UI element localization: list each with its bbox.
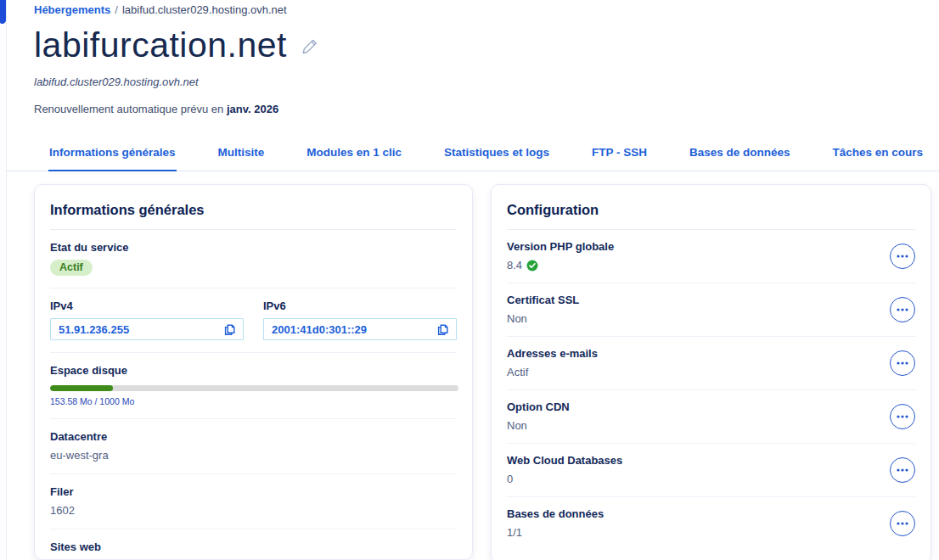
hosting-subtitle: labifud.cluster029.hosting.ovh.net: [7, 64, 939, 88]
datacentre-section: Datacentre eu-west-gra: [50, 419, 457, 474]
renewal-info: Renouvellement automatique prévu en janv…: [7, 88, 939, 115]
ssl-certificate-actions-button[interactable]: [890, 297, 915, 322]
web-cloud-databases-label: Web Cloud Databases: [507, 454, 622, 467]
ssl-certificate-row: Certificat SSL Non: [507, 283, 915, 337]
tab-bases-de-donnees[interactable]: Bases de données: [689, 141, 791, 171]
datacentre-label: Datacentre: [50, 430, 457, 443]
ipv4-label: IPv4: [50, 300, 244, 312]
ipv6-value: 2001:41d0:301::29: [272, 323, 367, 336]
sites-web-label: Sites web: [50, 540, 457, 553]
cdn-option-label: Option CDN: [507, 400, 570, 413]
ip-section: IPv4 51.91.236.255: [50, 288, 457, 353]
ipv6-copy-button[interactable]: [436, 322, 450, 337]
ellipsis-icon: [896, 255, 909, 258]
sites-web-section: Sites web 3: [50, 529, 457, 560]
filer-section: Filer 1602: [50, 474, 457, 529]
title-row: labifurcation.net: [7, 16, 939, 64]
tab-informations-generales[interactable]: Informations générales: [48, 141, 177, 171]
web-cloud-databases-value: 0: [507, 473, 513, 485]
service-state-section: Etat du service Actif: [50, 230, 457, 288]
disk-progress-fill: [50, 385, 113, 391]
tab-ftp-ssh[interactable]: FTP - SSH: [591, 141, 648, 171]
tab-multisite[interactable]: Multisite: [217, 141, 266, 171]
breadcrumb-link-hebergements[interactable]: Hébergements: [34, 3, 110, 16]
tab-taches-en-cours[interactable]: Tâches en cours: [831, 141, 924, 171]
scroll-accent-bar: [0, 0, 6, 24]
service-state-label: Etat du service: [50, 241, 457, 254]
disk-section: Espace disque 153.58 Mo / 1000 Mo: [50, 353, 457, 419]
breadcrumb: Hébergements/labifud.cluster029.hosting.…: [7, 0, 939, 16]
php-version-info: Version PHP globale 8.4: [507, 240, 614, 272]
php-version-value: 8.4: [507, 259, 522, 272]
ipv4-block: IPv4 51.91.236.255: [50, 300, 244, 340]
cdn-option-value: Non: [507, 419, 527, 432]
disk-progress-bar: [50, 385, 458, 391]
page-left-rail: [0, 0, 7, 560]
ipv6-field: 2001:41d0:301::29: [263, 318, 457, 340]
filer-label: Filer: [50, 485, 457, 498]
service-state-badge: Actif: [50, 260, 93, 276]
ellipsis-icon: [896, 468, 909, 472]
cdn-option-info: Option CDN Non: [507, 400, 570, 432]
email-addresses-row: Adresses e-mails Actif: [507, 337, 915, 390]
web-cloud-databases-actions-button[interactable]: [890, 457, 915, 483]
email-addresses-info: Adresses e-mails Actif: [507, 347, 598, 378]
configuration-card: Configuration Version PHP globale 8.4: [491, 184, 931, 560]
copy-icon: [436, 322, 450, 337]
ipv4-value: 51.91.236.255: [59, 323, 129, 336]
email-addresses-actions-button[interactable]: [890, 350, 915, 376]
cdn-option-row: Option CDN Non: [507, 390, 915, 444]
ipv6-label: IPv6: [263, 300, 457, 312]
page-title: labifurcation.net: [34, 27, 287, 64]
web-cloud-databases-info: Web Cloud Databases 0: [507, 454, 622, 485]
datacentre-value: eu-west-gra: [50, 449, 457, 462]
ellipsis-icon: [896, 308, 909, 311]
ellipsis-icon: [896, 415, 909, 418]
breadcrumb-separator: /: [110, 3, 122, 16]
ipv6-block: IPv6 2001:41d0:301::29: [263, 300, 457, 340]
ellipsis-icon: [896, 522, 909, 525]
check-circle-icon: [526, 260, 538, 272]
tab-modules-en-1-clic[interactable]: Modules en 1 clic: [306, 141, 402, 171]
disk-label: Espace disque: [50, 364, 457, 377]
filer-value: 1602: [50, 504, 457, 517]
content-area: Informations générales Etat du service A…: [7, 171, 939, 560]
php-version-label: Version PHP globale: [507, 240, 614, 253]
copy-icon: [222, 322, 237, 337]
ellipsis-icon: [896, 361, 909, 365]
databases-label: Bases de données: [507, 507, 604, 520]
general-info-card: Informations générales Etat du service A…: [34, 184, 473, 560]
ipv4-copy-button[interactable]: [222, 322, 237, 337]
databases-info: Bases de données 1/1: [507, 507, 604, 539]
databases-actions-button[interactable]: [890, 511, 915, 536]
tab-bar: Informations générales Multisite Modules…: [7, 141, 939, 171]
ssl-certificate-value: Non: [507, 312, 527, 325]
tab-statistiques-et-logs[interactable]: Statistiques et logs: [443, 141, 550, 171]
cdn-option-actions-button[interactable]: [890, 404, 915, 429]
email-addresses-label: Adresses e-mails: [507, 347, 598, 360]
ssl-certificate-label: Certificat SSL: [507, 294, 579, 306]
hosting-detail-page: Hébergements/labifud.cluster029.hosting.…: [7, 0, 939, 560]
web-cloud-databases-row: Web Cloud Databases 0: [507, 444, 915, 497]
renewal-text: Renouvellement automatique prévu en: [34, 103, 227, 115]
ipv4-field: 51.91.236.255: [50, 318, 244, 340]
php-version-actions-button[interactable]: [890, 244, 915, 269]
email-addresses-value: Actif: [507, 366, 528, 378]
php-version-row: Version PHP globale 8.4: [507, 230, 915, 283]
renewal-date: janv. 2026: [227, 103, 278, 115]
configuration-card-title: Configuration: [507, 198, 915, 230]
ssl-certificate-info: Certificat SSL Non: [507, 294, 579, 325]
edit-title-icon[interactable]: [301, 37, 319, 56]
databases-value: 1/1: [507, 526, 522, 539]
disk-usage-text: 153.58 Mo / 1000 Mo: [50, 396, 457, 406]
breadcrumb-current: labifud.cluster029.hosting.ovh.net: [122, 3, 287, 16]
general-info-card-title: Informations générales: [50, 198, 457, 230]
databases-row: Bases de données 1/1: [507, 497, 915, 550]
